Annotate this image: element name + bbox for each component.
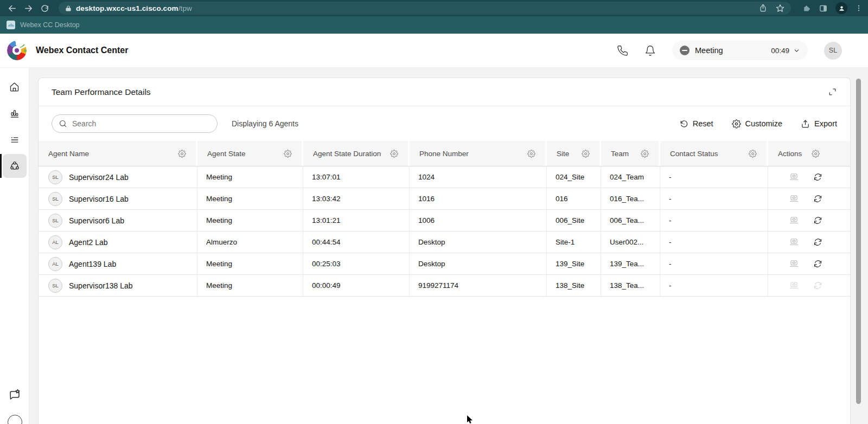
extensions-puzzle-icon[interactable] [802, 4, 811, 13]
search-input[interactable] [72, 119, 210, 128]
status-minus-circle-icon [680, 46, 690, 55]
browser-menu-kebab-icon[interactable] [855, 4, 863, 12]
team-cell: User002... [601, 232, 660, 253]
browser-toolbar: desktop.wxcc-us1.cisco.com/tpw [0, 0, 868, 16]
phone-number-cell: Desktop [410, 253, 547, 274]
column-settings-gear-icon[interactable] [527, 150, 535, 158]
agent-state-duration-cell: 00:44:54 [303, 232, 410, 253]
monitor-agent-icon[interactable] [789, 237, 799, 247]
bookmark-bar: Webex CC Desktop [0, 16, 868, 34]
column-settings-gear-icon[interactable] [812, 150, 820, 158]
forward-icon[interactable] [22, 1, 35, 15]
column-header-agent-name[interactable]: Agent Name [39, 141, 197, 166]
monitor-agent-icon[interactable] [789, 194, 799, 203]
back-icon[interactable] [5, 1, 18, 15]
column-settings-gear-icon[interactable] [641, 150, 649, 158]
bookmark-item[interactable]: Webex CC Desktop [20, 21, 80, 29]
browser-profile-icon[interactable] [835, 2, 847, 14]
share-icon[interactable] [759, 4, 767, 12]
url-text: desktop.wxcc-us1.cisco.com/tpw [76, 4, 192, 12]
user-avatar[interactable]: SL [824, 42, 842, 60]
export-button[interactable]: Export [801, 119, 837, 129]
agent-name: Supervisor138 Lab [69, 281, 133, 290]
reset-button[interactable]: Reset [679, 119, 713, 129]
reload-icon[interactable] [38, 1, 51, 15]
phone-icon[interactable] [617, 45, 628, 56]
column-settings-gear-icon[interactable] [582, 150, 590, 158]
agent-avatar: SL [48, 170, 62, 184]
expand-icon[interactable] [828, 87, 837, 97]
bell-icon[interactable] [644, 45, 656, 56]
sidebar-item-home[interactable] [3, 75, 27, 99]
bookmark-star-icon[interactable] [776, 4, 784, 12]
app-header: Webex Contact Center Meeting 00:49 SL [0, 34, 868, 68]
table-row[interactable]: AL Agent2 Lab Almuerzo 00:44:54 Desktop … [39, 232, 850, 253]
team-cell: 024_Team [601, 166, 660, 188]
phone-number-cell: 1006 [410, 210, 547, 231]
search-icon [59, 119, 67, 128]
agent-state-cell: Meeting [197, 188, 303, 209]
site-cell: 138_Site [547, 275, 601, 296]
task-list-icon [9, 134, 20, 145]
sync-icon[interactable] [813, 259, 822, 268]
sidebar-item-feedback[interactable] [3, 383, 27, 407]
search-box[interactable] [52, 114, 218, 133]
side-panel-icon[interactable] [819, 4, 828, 13]
lock-icon [65, 5, 72, 12]
sync-icon[interactable] [813, 237, 822, 247]
chevron-down-icon [793, 47, 800, 54]
page-scrollbar[interactable] [856, 79, 861, 404]
agents-summary: Displaying 6 Agents [232, 119, 298, 128]
column-settings-gear-icon[interactable] [284, 150, 292, 158]
sidebar-item-team-performance[interactable] [3, 154, 27, 178]
column-header-phone-number[interactable]: Phone Number [410, 141, 547, 166]
team-cell: 006_Tea... [601, 210, 660, 231]
table-row[interactable]: SL Supervisor138 Lab Meeting 00:00:49 91… [39, 275, 850, 297]
team-performance-icon [9, 160, 21, 172]
site-cell: 139_Site [547, 253, 601, 274]
sync-icon[interactable] [813, 194, 822, 203]
sidebar [0, 68, 29, 424]
table-row[interactable]: AL Agent139 Lab Meeting 00:25:03 Desktop… [39, 253, 850, 275]
agent-status-dropdown[interactable]: Meeting 00:49 [672, 41, 808, 60]
agent-name: Supervisor16 Lab [69, 195, 129, 203]
customize-button[interactable]: Customize [732, 119, 783, 129]
sync-icon[interactable] [813, 216, 822, 225]
sidebar-item-task-list[interactable] [3, 128, 27, 152]
app-title: Webex Contact Center [36, 46, 128, 55]
table-row[interactable]: SL Supervisor6 Lab Meeting 13:01:21 1006… [39, 210, 850, 232]
status-label: Meeting [695, 46, 723, 55]
agent-state-duration-cell: 00:25:03 [303, 253, 410, 274]
analytics-icon [9, 108, 20, 119]
contact-status-cell: - [660, 166, 768, 188]
column-header-team[interactable]: Team [601, 141, 660, 166]
agent-state-cell: Meeting [197, 253, 303, 274]
column-settings-gear-icon[interactable] [390, 150, 398, 158]
column-settings-gear-icon[interactable] [749, 150, 757, 158]
home-icon [9, 81, 20, 93]
column-settings-gear-icon[interactable] [178, 150, 186, 158]
table-row[interactable]: SL Supervisor24 Lab Meeting 13:07:01 102… [39, 166, 850, 188]
agent-state-duration-cell: 00:00:49 [303, 275, 410, 296]
column-header-site[interactable]: Site [547, 141, 601, 166]
site-cell: 006_Site [547, 210, 601, 231]
column-header-agent-state[interactable]: Agent State [197, 141, 303, 166]
agent-state-cell: Almuerzo [197, 232, 303, 253]
column-header-agent-state-duration[interactable]: Agent State Duration [303, 141, 410, 166]
monitor-agent-icon[interactable] [789, 259, 799, 268]
table-row[interactable]: SL Supervisor16 Lab Meeting 13:03:42 101… [39, 188, 850, 210]
agent-name: Supervisor6 Lab [69, 216, 124, 225]
monitor-agent-icon[interactable] [789, 172, 799, 182]
sidebar-item-analytics[interactable] [3, 101, 27, 125]
contact-status-cell: - [660, 188, 768, 209]
mouse-cursor [467, 415, 474, 424]
address-bar[interactable]: desktop.wxcc-us1.cisco.com/tpw [59, 2, 791, 15]
monitor-agent-icon[interactable] [789, 216, 799, 225]
monitor-agent-icon[interactable] [789, 281, 799, 290]
sync-icon[interactable] [813, 172, 822, 182]
sync-icon[interactable] [813, 281, 822, 290]
phone-number-cell: 9199271174 [410, 275, 547, 296]
column-header-contact-status[interactable]: Contact Status [660, 141, 768, 166]
agent-avatar: AL [48, 235, 62, 249]
column-header-actions[interactable]: Actions [768, 141, 850, 166]
